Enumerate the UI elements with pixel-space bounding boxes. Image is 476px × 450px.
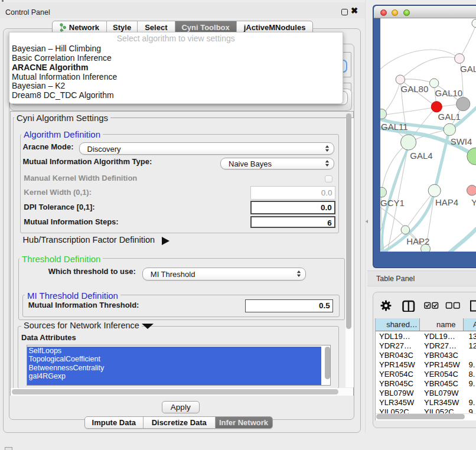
svg-text:GAL1: GAL1: [438, 112, 461, 122]
svg-text:GAL11: GAL11: [381, 121, 408, 131]
svg-text:SWI4: SWI4: [451, 136, 472, 146]
svg-text:HAP2: HAP2: [406, 236, 429, 246]
svg-text:GAL4: GAL4: [410, 150, 432, 160]
svg-text:GAL80: GAL80: [401, 83, 429, 93]
svg-text:Y: Y: [471, 197, 476, 207]
svg-text:GCY1: GCY1: [380, 198, 405, 208]
svg-text:GAL2: GAL2: [460, 63, 476, 73]
svg-text:HAP4: HAP4: [435, 197, 458, 207]
svg-text:GAL10: GAL10: [435, 88, 463, 98]
